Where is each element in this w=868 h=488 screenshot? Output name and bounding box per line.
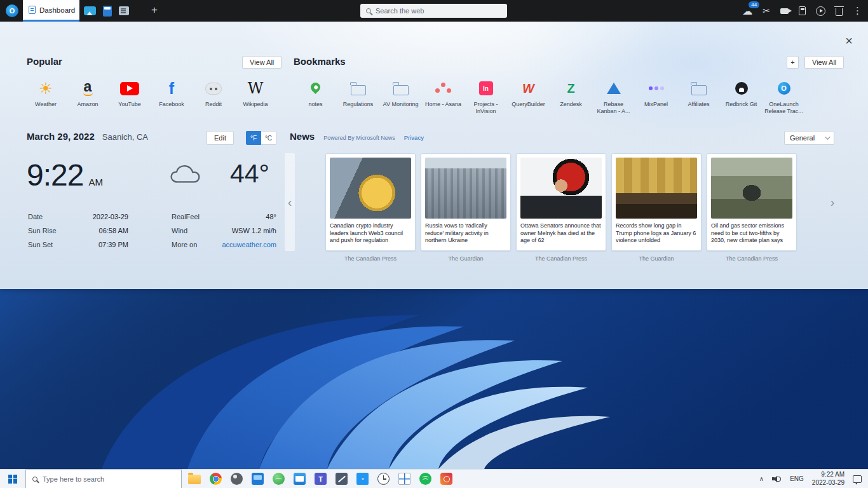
bookmark-rebase-kanban[interactable]: Rebase Kanban - A... [592,79,635,116]
language-indicator[interactable]: ENG [790,475,804,482]
snipping-scissors-button[interactable]: ✂ [763,6,770,16]
news-category-dropdown[interactable]: General [784,131,834,145]
news-source: The Canadian Press [535,255,587,262]
weather-row-realfeel: RealFeel48° [172,213,276,220]
news-card[interactable]: Russia vows to 'radically reduce' milita… [421,153,511,262]
calculator-tab[interactable] [103,6,112,17]
weather-edit-button[interactable]: Edit [207,131,234,145]
file-explorer-icon[interactable] [188,475,201,484]
news-source: The Guardian [639,255,674,262]
close-dashboard-button[interactable]: × [845,34,853,47]
bookmark-onelaunch-release[interactable]: O OneLaunch Release Trac... [763,79,805,116]
tray-clock[interactable]: 9:22 AM 2022-03-29 [812,471,844,487]
mail-icon[interactable] [294,473,306,485]
windows-sandbox-icon[interactable] [273,473,285,485]
accuweather-link[interactable]: accuweather.com [222,241,276,248]
unit-fahrenheit-button[interactable]: °F [246,131,261,145]
popular-item-amazon[interactable]: a Amazon [67,79,109,108]
youtube-icon [120,82,139,95]
windows-logo-icon [8,475,17,484]
bookmark-invision[interactable]: In Projects - InVision [465,79,507,116]
popular-item-reddit[interactable]: Reddit [193,79,234,108]
instagram-icon[interactable] [440,473,452,485]
search-icon [366,8,371,13]
popular-view-all-button[interactable]: View All [242,56,281,69]
bookmark-querybuilder[interactable]: W QueryBuilder [507,79,550,116]
tray-show-hidden-icons[interactable]: ∧ [759,475,764,482]
news-card[interactable]: Ottawa Senators announce that owner Meln… [516,153,606,262]
popular-item-youtube[interactable]: YouTube [109,79,151,108]
news-privacy-link[interactable]: Privacy [404,134,424,141]
spreadsheet-icon[interactable] [398,473,410,485]
amazon-icon: a [83,81,93,96]
pictures-tab[interactable] [84,6,96,15]
tab-dashboard[interactable]: Dashboard [23,0,79,22]
news-tab[interactable] [119,6,129,15]
teams-icon[interactable]: T [315,473,327,485]
news-image-oval-office [616,158,697,219]
menu-ellipsis-button[interactable]: ⋮ [853,5,862,17]
popular-item-weather[interactable]: ☀ Weather [25,79,67,108]
bookmarks-view-all-button[interactable]: View All [804,56,844,69]
tray-time: 9:22 AM [821,471,844,478]
vscode-icon[interactable]: ‹› [356,473,369,485]
chrome-icon[interactable] [210,473,222,485]
news-image-ukraine [425,158,506,219]
media-play-button[interactable] [816,6,825,16]
wikipedia-icon: W [248,81,264,96]
popular-item-wikipedia[interactable]: W Wikipedia [234,79,276,108]
bookmark-asana[interactable]: Home - Asana [422,79,465,116]
news-card[interactable]: Canadian crypto industry leaders launch … [325,153,416,262]
downloads-badge: 44 [749,1,759,8]
popular-item-facebook[interactable]: f Facebook [151,79,193,108]
bookmark-mixpanel[interactable]: MixPanel [635,79,677,116]
blue-triangle-icon [607,83,621,94]
bookmarks-heading: Bookmarks [294,56,346,67]
action-center-icon[interactable] [853,475,862,483]
windows-taskbar: T ‹› ∧ ENG 9:22 AM 2022-03-29 [0,469,868,488]
folder-icon [393,85,409,95]
news-carousel-prev-button[interactable]: ‹ [285,153,295,251]
remote-desktop-icon[interactable] [252,473,264,485]
dashboard-tab-icon [29,6,36,14]
unit-celsius-button[interactable]: °C [261,131,276,145]
spotify-icon[interactable] [419,473,431,485]
calculator-button[interactable] [799,6,806,15]
bookmark-notes[interactable]: notes [294,79,337,116]
snipping-tool-icon[interactable] [336,473,348,485]
bookmark-zendesk[interactable]: Z Zendesk [550,79,592,116]
facebook-icon: f [169,81,174,97]
news-carousel-next-button[interactable]: › [827,153,837,251]
windows-bloom-wallpaper [0,278,868,469]
folder-icon [351,85,366,95]
weather-location: Saanich, CA [102,132,148,142]
news-card[interactable]: Oil and gas sector emissions need to be … [707,153,797,262]
web-search-input[interactable] [376,7,501,15]
news-card[interactable]: Records show long gap in Trump phone log… [611,153,702,262]
onelaunch-logo-icon[interactable]: O [6,4,18,17]
news-source: The Canadian Press [344,255,397,262]
add-bookmark-button[interactable]: + [787,56,799,69]
bookmark-av-monitoring[interactable]: AV Monitoring [379,79,422,116]
mixpanel-icon [649,86,664,90]
trash-button[interactable] [836,8,843,16]
current-meridiem: AM [88,177,103,187]
weather-row-sunset: Sun Set07:39 PM [28,241,128,248]
bookmark-redbrick-git[interactable]: Redbrick Git [720,79,763,116]
downloads-cloud-button[interactable]: ☁ 44 [742,5,752,17]
bookmark-affiliates[interactable]: Affiliates [677,79,720,116]
taskbar-search-input[interactable] [43,475,175,483]
new-tab-button[interactable]: + [147,3,162,18]
bookmark-regulations[interactable]: Regulations [337,79,379,116]
folder-icon [691,85,707,95]
start-button[interactable] [0,470,25,488]
temperature: 44° [230,159,269,189]
clock-icon[interactable] [377,473,390,485]
popular-heading: Popular [27,56,62,67]
volume-icon[interactable] [772,475,782,483]
taskbar-search-box[interactable] [25,470,182,488]
web-search-box[interactable] [360,4,507,18]
tray-date: 2022-03-29 [812,479,844,486]
screen-record-button[interactable] [780,8,789,14]
obs-studio-icon[interactable] [231,473,243,485]
